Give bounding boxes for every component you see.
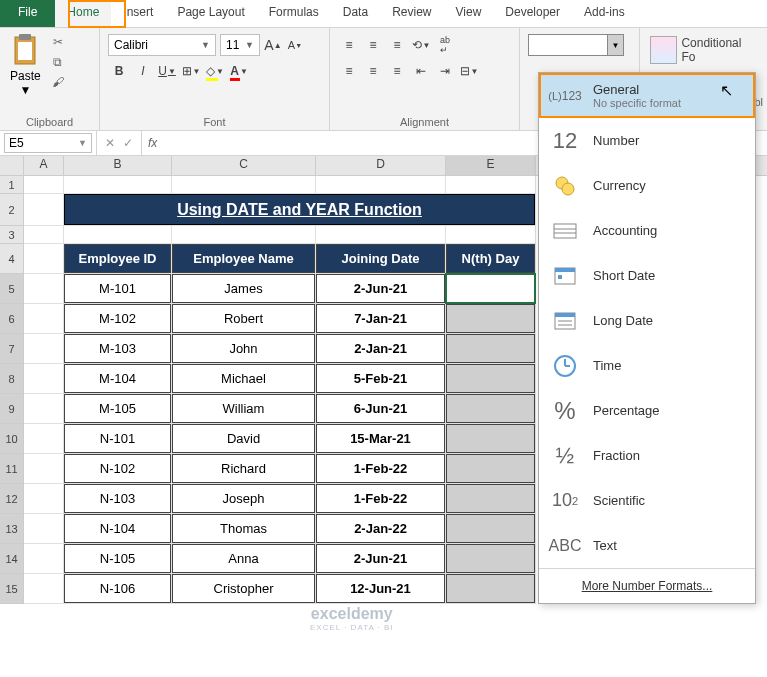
cell[interactable]: 2-Jun-21 xyxy=(316,544,446,574)
cell[interactable]: N-104 xyxy=(64,514,172,544)
row-header[interactable]: 6 xyxy=(0,304,24,334)
cell[interactable] xyxy=(24,176,64,194)
cancel-icon[interactable]: ✕ xyxy=(101,136,119,150)
cell[interactable] xyxy=(24,424,64,454)
format-painter-icon[interactable]: 🖌 xyxy=(49,74,67,90)
row-header[interactable]: 1 xyxy=(0,176,24,194)
col-header-d[interactable]: D xyxy=(316,156,446,175)
format-general[interactable]: (L)123 General No specific format xyxy=(539,73,755,118)
copy-icon[interactable]: ⧉ xyxy=(49,54,67,70)
cell[interactable] xyxy=(24,226,64,244)
cell[interactable] xyxy=(24,304,64,334)
cut-icon[interactable]: ✂ xyxy=(49,34,67,50)
align-top-button[interactable]: ≡ xyxy=(338,34,360,56)
cell[interactable]: Anna xyxy=(172,544,316,574)
cell[interactable]: 2-Jun-21 xyxy=(316,274,446,304)
cell[interactable]: M-105 xyxy=(64,394,172,424)
font-name-combo[interactable]: Calibri ▼ xyxy=(108,34,216,56)
cell[interactable] xyxy=(24,514,64,544)
cell[interactable] xyxy=(446,574,536,604)
row-header[interactable]: 4 xyxy=(0,244,24,274)
format-more[interactable]: More Number Formats... xyxy=(539,568,755,603)
format-fraction[interactable]: ½ Fraction xyxy=(539,433,755,478)
cell[interactable] xyxy=(446,364,536,394)
format-scientific[interactable]: 102 Scientific xyxy=(539,478,755,523)
row-header[interactable]: 8 xyxy=(0,364,24,394)
tab-data[interactable]: Data xyxy=(331,0,380,27)
cell[interactable] xyxy=(316,176,446,194)
cell[interactable] xyxy=(446,514,536,544)
cell[interactable]: 15-Mar-21 xyxy=(316,424,446,454)
font-size-combo[interactable]: 11 ▼ xyxy=(220,34,260,56)
cell[interactable]: 12-Jun-21 xyxy=(316,574,446,604)
row-header[interactable]: 5 xyxy=(0,274,24,304)
cell[interactable] xyxy=(24,454,64,484)
cell[interactable]: Richard xyxy=(172,454,316,484)
col-header-a[interactable]: A xyxy=(24,156,64,175)
cell[interactable] xyxy=(24,484,64,514)
format-number[interactable]: 12 Number xyxy=(539,118,755,163)
row-header[interactable]: 11 xyxy=(0,454,24,484)
align-center-button[interactable]: ≡ xyxy=(362,60,384,82)
cell[interactable]: David xyxy=(172,424,316,454)
number-format-combo[interactable]: ▼ xyxy=(528,34,624,56)
cell[interactable] xyxy=(446,424,536,454)
cell[interactable] xyxy=(446,454,536,484)
tab-addins[interactable]: Add-ins xyxy=(572,0,637,27)
format-long-date[interactable]: Long Date xyxy=(539,298,755,343)
cell[interactable]: Employee Name xyxy=(172,244,316,274)
row-header[interactable]: 3 xyxy=(0,226,24,244)
align-right-button[interactable]: ≡ xyxy=(386,60,408,82)
cell[interactable]: 1-Feb-22 xyxy=(316,454,446,484)
more-formats-link[interactable]: More Number Formats... xyxy=(582,579,713,593)
paste-button[interactable]: Paste ▼ xyxy=(6,32,45,99)
font-color-button[interactable]: A▼ xyxy=(228,60,250,82)
increase-font-button[interactable]: A▲ xyxy=(262,34,284,56)
cell[interactable]: James xyxy=(172,274,316,304)
cell[interactable]: M-103 xyxy=(64,334,172,364)
cell[interactable]: 2-Jan-22 xyxy=(316,514,446,544)
col-header-c[interactable]: C xyxy=(172,156,316,175)
decrease-font-button[interactable]: A▼ xyxy=(284,34,306,56)
cell[interactable]: Cristopher xyxy=(172,574,316,604)
cell[interactable]: N-102 xyxy=(64,454,172,484)
tab-insert[interactable]: Insert xyxy=(111,0,165,27)
row-header[interactable]: 12 xyxy=(0,484,24,514)
format-text[interactable]: ABC Text xyxy=(539,523,755,568)
cell[interactable] xyxy=(24,394,64,424)
cell[interactable] xyxy=(446,544,536,574)
cell[interactable]: Using DATE and YEAR Function xyxy=(64,194,536,226)
tab-developer[interactable]: Developer xyxy=(493,0,572,27)
col-header-e[interactable]: E xyxy=(446,156,536,175)
align-middle-button[interactable]: ≡ xyxy=(362,34,384,56)
tab-formulas[interactable]: Formulas xyxy=(257,0,331,27)
row-header[interactable]: 15 xyxy=(0,574,24,604)
cell[interactable] xyxy=(446,394,536,424)
cell[interactable]: 6-Jun-21 xyxy=(316,394,446,424)
cell[interactable]: M-101 xyxy=(64,274,172,304)
cell[interactable]: Joining Date xyxy=(316,244,446,274)
cell[interactable] xyxy=(172,226,316,244)
tab-file[interactable]: File xyxy=(0,0,55,27)
conditional-formatting-button[interactable]: Conditional Fo xyxy=(646,32,761,68)
orientation-button[interactable]: ⟲▼ xyxy=(410,34,432,56)
tab-view[interactable]: View xyxy=(444,0,494,27)
cell[interactable]: M-102 xyxy=(64,304,172,334)
cell[interactable]: N-103 xyxy=(64,484,172,514)
cell[interactable] xyxy=(24,194,64,226)
cell[interactable]: Michael xyxy=(172,364,316,394)
cell[interactable] xyxy=(446,226,536,244)
decrease-indent-button[interactable]: ⇤ xyxy=(410,60,432,82)
chevron-down-icon[interactable]: ▼ xyxy=(607,35,623,55)
align-left-button[interactable]: ≡ xyxy=(338,60,360,82)
wrap-text-button[interactable]: ab↵ xyxy=(434,34,456,56)
row-header[interactable]: 14 xyxy=(0,544,24,574)
tab-page-layout[interactable]: Page Layout xyxy=(165,0,256,27)
bold-button[interactable]: B xyxy=(108,60,130,82)
cell[interactable]: 1-Feb-22 xyxy=(316,484,446,514)
underline-button[interactable]: U▼ xyxy=(156,60,178,82)
format-percentage[interactable]: % Percentage xyxy=(539,388,755,433)
cell[interactable] xyxy=(446,274,536,304)
cell[interactable] xyxy=(446,484,536,514)
cell[interactable]: 7-Jan-21 xyxy=(316,304,446,334)
